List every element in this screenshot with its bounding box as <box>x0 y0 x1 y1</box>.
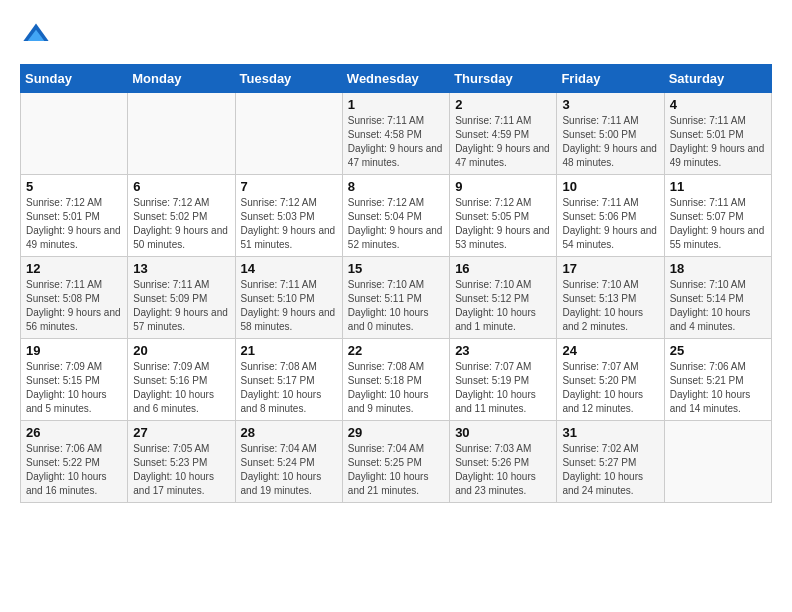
table-cell: 3Sunrise: 7:11 AM Sunset: 5:00 PM Daylig… <box>557 93 664 175</box>
day-info: Sunrise: 7:11 AM Sunset: 5:07 PM Dayligh… <box>670 196 766 252</box>
day-number: 27 <box>133 425 229 440</box>
day-number: 14 <box>241 261 337 276</box>
day-info: Sunrise: 7:11 AM Sunset: 5:00 PM Dayligh… <box>562 114 658 170</box>
day-number: 19 <box>26 343 122 358</box>
table-cell: 26Sunrise: 7:06 AM Sunset: 5:22 PM Dayli… <box>21 421 128 503</box>
day-info: Sunrise: 7:10 AM Sunset: 5:11 PM Dayligh… <box>348 278 444 334</box>
day-info: Sunrise: 7:04 AM Sunset: 5:25 PM Dayligh… <box>348 442 444 498</box>
day-info: Sunrise: 7:11 AM Sunset: 5:10 PM Dayligh… <box>241 278 337 334</box>
table-cell: 22Sunrise: 7:08 AM Sunset: 5:18 PM Dayli… <box>342 339 449 421</box>
table-cell: 8Sunrise: 7:12 AM Sunset: 5:04 PM Daylig… <box>342 175 449 257</box>
day-number: 3 <box>562 97 658 112</box>
day-info: Sunrise: 7:12 AM Sunset: 5:04 PM Dayligh… <box>348 196 444 252</box>
page-header <box>20 20 772 48</box>
week-row-3: 12Sunrise: 7:11 AM Sunset: 5:08 PM Dayli… <box>21 257 772 339</box>
day-info: Sunrise: 7:10 AM Sunset: 5:13 PM Dayligh… <box>562 278 658 334</box>
table-cell: 31Sunrise: 7:02 AM Sunset: 5:27 PM Dayli… <box>557 421 664 503</box>
day-info: Sunrise: 7:09 AM Sunset: 5:16 PM Dayligh… <box>133 360 229 416</box>
weekday-header-sunday: Sunday <box>21 65 128 93</box>
day-number: 29 <box>348 425 444 440</box>
weekday-header-wednesday: Wednesday <box>342 65 449 93</box>
day-info: Sunrise: 7:06 AM Sunset: 5:21 PM Dayligh… <box>670 360 766 416</box>
day-info: Sunrise: 7:10 AM Sunset: 5:12 PM Dayligh… <box>455 278 551 334</box>
calendar-table: SundayMondayTuesdayWednesdayThursdayFrid… <box>20 64 772 503</box>
day-info: Sunrise: 7:07 AM Sunset: 5:19 PM Dayligh… <box>455 360 551 416</box>
day-number: 28 <box>241 425 337 440</box>
day-number: 26 <box>26 425 122 440</box>
table-cell <box>235 93 342 175</box>
day-info: Sunrise: 7:03 AM Sunset: 5:26 PM Dayligh… <box>455 442 551 498</box>
day-number: 7 <box>241 179 337 194</box>
day-number: 5 <box>26 179 122 194</box>
day-info: Sunrise: 7:12 AM Sunset: 5:03 PM Dayligh… <box>241 196 337 252</box>
table-cell: 12Sunrise: 7:11 AM Sunset: 5:08 PM Dayli… <box>21 257 128 339</box>
day-number: 13 <box>133 261 229 276</box>
table-cell: 1Sunrise: 7:11 AM Sunset: 4:58 PM Daylig… <box>342 93 449 175</box>
day-number: 1 <box>348 97 444 112</box>
table-cell: 18Sunrise: 7:10 AM Sunset: 5:14 PM Dayli… <box>664 257 771 339</box>
day-number: 25 <box>670 343 766 358</box>
day-info: Sunrise: 7:02 AM Sunset: 5:27 PM Dayligh… <box>562 442 658 498</box>
day-info: Sunrise: 7:12 AM Sunset: 5:01 PM Dayligh… <box>26 196 122 252</box>
table-cell: 2Sunrise: 7:11 AM Sunset: 4:59 PM Daylig… <box>450 93 557 175</box>
day-number: 21 <box>241 343 337 358</box>
day-info: Sunrise: 7:11 AM Sunset: 5:06 PM Dayligh… <box>562 196 658 252</box>
day-info: Sunrise: 7:07 AM Sunset: 5:20 PM Dayligh… <box>562 360 658 416</box>
table-cell: 19Sunrise: 7:09 AM Sunset: 5:15 PM Dayli… <box>21 339 128 421</box>
week-row-4: 19Sunrise: 7:09 AM Sunset: 5:15 PM Dayli… <box>21 339 772 421</box>
day-number: 30 <box>455 425 551 440</box>
day-number: 31 <box>562 425 658 440</box>
table-cell: 23Sunrise: 7:07 AM Sunset: 5:19 PM Dayli… <box>450 339 557 421</box>
table-cell: 17Sunrise: 7:10 AM Sunset: 5:13 PM Dayli… <box>557 257 664 339</box>
logo <box>20 20 54 48</box>
day-info: Sunrise: 7:11 AM Sunset: 5:09 PM Dayligh… <box>133 278 229 334</box>
table-cell: 25Sunrise: 7:06 AM Sunset: 5:21 PM Dayli… <box>664 339 771 421</box>
day-number: 20 <box>133 343 229 358</box>
week-row-2: 5Sunrise: 7:12 AM Sunset: 5:01 PM Daylig… <box>21 175 772 257</box>
weekday-header-friday: Friday <box>557 65 664 93</box>
table-cell: 30Sunrise: 7:03 AM Sunset: 5:26 PM Dayli… <box>450 421 557 503</box>
weekday-header-saturday: Saturday <box>664 65 771 93</box>
day-number: 24 <box>562 343 658 358</box>
table-cell: 7Sunrise: 7:12 AM Sunset: 5:03 PM Daylig… <box>235 175 342 257</box>
day-info: Sunrise: 7:08 AM Sunset: 5:17 PM Dayligh… <box>241 360 337 416</box>
table-cell: 4Sunrise: 7:11 AM Sunset: 5:01 PM Daylig… <box>664 93 771 175</box>
day-info: Sunrise: 7:11 AM Sunset: 5:08 PM Dayligh… <box>26 278 122 334</box>
weekday-header-monday: Monday <box>128 65 235 93</box>
day-number: 9 <box>455 179 551 194</box>
day-info: Sunrise: 7:12 AM Sunset: 5:05 PM Dayligh… <box>455 196 551 252</box>
table-cell: 16Sunrise: 7:10 AM Sunset: 5:12 PM Dayli… <box>450 257 557 339</box>
day-info: Sunrise: 7:10 AM Sunset: 5:14 PM Dayligh… <box>670 278 766 334</box>
week-row-1: 1Sunrise: 7:11 AM Sunset: 4:58 PM Daylig… <box>21 93 772 175</box>
table-cell: 28Sunrise: 7:04 AM Sunset: 5:24 PM Dayli… <box>235 421 342 503</box>
day-number: 18 <box>670 261 766 276</box>
day-number: 17 <box>562 261 658 276</box>
day-number: 10 <box>562 179 658 194</box>
day-number: 2 <box>455 97 551 112</box>
day-info: Sunrise: 7:04 AM Sunset: 5:24 PM Dayligh… <box>241 442 337 498</box>
table-cell: 5Sunrise: 7:12 AM Sunset: 5:01 PM Daylig… <box>21 175 128 257</box>
day-number: 4 <box>670 97 766 112</box>
day-info: Sunrise: 7:05 AM Sunset: 5:23 PM Dayligh… <box>133 442 229 498</box>
table-cell: 14Sunrise: 7:11 AM Sunset: 5:10 PM Dayli… <box>235 257 342 339</box>
day-number: 11 <box>670 179 766 194</box>
weekday-header-row: SundayMondayTuesdayWednesdayThursdayFrid… <box>21 65 772 93</box>
day-info: Sunrise: 7:06 AM Sunset: 5:22 PM Dayligh… <box>26 442 122 498</box>
day-number: 8 <box>348 179 444 194</box>
table-cell: 24Sunrise: 7:07 AM Sunset: 5:20 PM Dayli… <box>557 339 664 421</box>
day-info: Sunrise: 7:08 AM Sunset: 5:18 PM Dayligh… <box>348 360 444 416</box>
table-cell <box>664 421 771 503</box>
day-number: 23 <box>455 343 551 358</box>
day-number: 15 <box>348 261 444 276</box>
table-cell <box>128 93 235 175</box>
table-cell: 27Sunrise: 7:05 AM Sunset: 5:23 PM Dayli… <box>128 421 235 503</box>
day-number: 22 <box>348 343 444 358</box>
logo-icon <box>22 20 50 48</box>
table-cell: 21Sunrise: 7:08 AM Sunset: 5:17 PM Dayli… <box>235 339 342 421</box>
table-cell: 15Sunrise: 7:10 AM Sunset: 5:11 PM Dayli… <box>342 257 449 339</box>
table-cell <box>21 93 128 175</box>
day-number: 12 <box>26 261 122 276</box>
table-cell: 11Sunrise: 7:11 AM Sunset: 5:07 PM Dayli… <box>664 175 771 257</box>
table-cell: 9Sunrise: 7:12 AM Sunset: 5:05 PM Daylig… <box>450 175 557 257</box>
day-number: 16 <box>455 261 551 276</box>
